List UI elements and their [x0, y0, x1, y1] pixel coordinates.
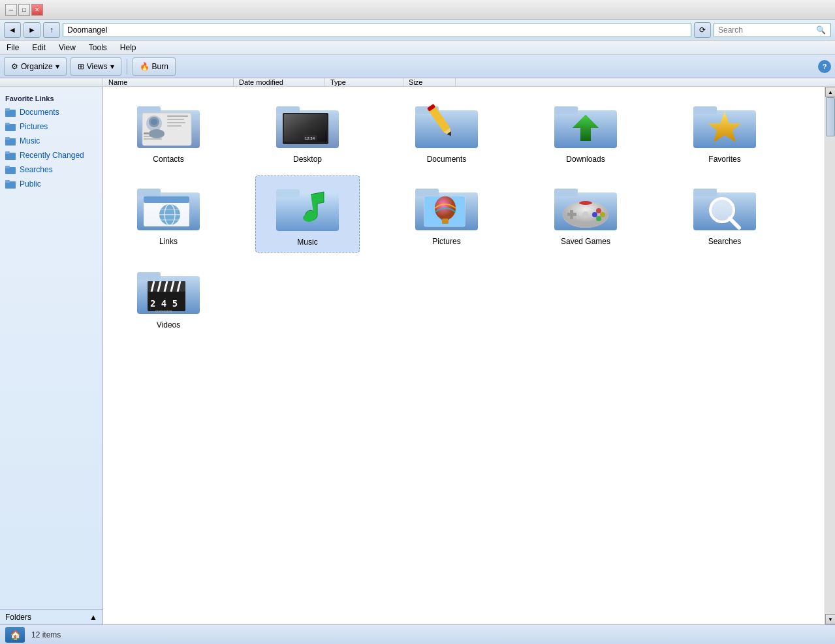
folder-favorites[interactable]: Favorites	[672, 93, 777, 169]
help-menu[interactable]: Help	[118, 42, 139, 54]
sidebar-item-searches[interactable]: Searches	[0, 162, 102, 177]
sidebar-title: Favorite Links	[0, 92, 102, 105]
svg-rect-43	[693, 106, 717, 114]
folder-saved-games[interactable]: Saved Games	[533, 176, 638, 253]
sidebar-item-recently-changed[interactable]: Recently Changed	[0, 148, 102, 162]
svg-rect-39	[554, 106, 578, 114]
folder-searches[interactable]: Searches	[672, 176, 777, 253]
col-type[interactable]: Type	[325, 78, 403, 86]
folder-desktop[interactable]: 12:34 Desktop	[255, 93, 360, 169]
music-folder-icon	[5, 136, 16, 146]
address-bar: ◄ ► ↑ ⟳ 🔍	[0, 20, 835, 40]
col-name[interactable]: Name	[103, 78, 234, 86]
svg-rect-3	[5, 123, 10, 125]
help-button[interactable]: ?	[818, 60, 831, 73]
links-icon	[136, 181, 201, 233]
svg-rect-71	[570, 210, 573, 219]
svg-rect-48	[144, 196, 189, 203]
folder-contacts[interactable]: Contacts	[116, 93, 221, 169]
organize-icon: ⚙	[11, 62, 18, 71]
file-menu[interactable]: File	[4, 42, 22, 54]
organize-chevron: ▾	[55, 62, 59, 71]
sidebar-item-public[interactable]: Public	[0, 177, 102, 191]
svg-rect-1	[5, 108, 10, 111]
videos-label: Videos	[157, 320, 180, 330]
search-input[interactable]	[718, 25, 816, 35]
toolbar-divider	[127, 59, 127, 74]
music-icon	[275, 181, 340, 234]
scroll-thumb[interactable]	[826, 97, 835, 136]
views-button[interactable]: ⊞ Views ▾	[71, 57, 121, 76]
sidebar-item-pictures[interactable]: Pictures	[0, 119, 102, 134]
svg-rect-20	[167, 119, 184, 120]
burn-button[interactable]: 🔥 Burn	[133, 57, 176, 76]
desktop-icon: 12:34	[275, 99, 340, 151]
svg-point-56	[303, 214, 315, 222]
scroll-up-button[interactable]: ▲	[825, 87, 835, 97]
search-icon: 🔍	[816, 25, 826, 35]
folder-documents[interactable]: Documents	[394, 93, 499, 169]
main-area: Favorite Links Documents Pictures	[0, 87, 835, 624]
sidebar-item-music[interactable]: Music	[0, 134, 102, 148]
videos-icon: 2 4 5 OXYGEN	[136, 264, 201, 316]
back-button[interactable]: ◄	[4, 22, 21, 38]
folder-downloads[interactable]: Downloads	[533, 93, 638, 169]
recently-changed-icon	[5, 150, 16, 161]
documents-folder-icon	[5, 107, 16, 117]
burn-icon: 🔥	[140, 62, 150, 71]
folder-videos[interactable]: 2 4 5 OXYGEN Videos	[116, 259, 221, 335]
home-icon[interactable]: 🏠	[5, 627, 25, 643]
up-button[interactable]: ↑	[43, 22, 60, 38]
scrollbar[interactable]: ▲ ▼	[825, 87, 835, 624]
folder-links[interactable]: Links	[116, 176, 221, 253]
views-icon: ⊞	[78, 62, 84, 71]
svg-rect-58	[415, 189, 439, 196]
svg-text:2 4 5: 2 4 5	[150, 298, 178, 309]
svg-rect-11	[5, 180, 10, 183]
searches-icon	[692, 181, 757, 233]
col-size[interactable]: Size	[403, 78, 456, 86]
svg-text:12:34: 12:34	[305, 136, 315, 140]
maximize-button[interactable]: □	[18, 4, 30, 16]
svg-rect-5	[5, 137, 10, 140]
svg-point-77	[579, 201, 592, 205]
organize-label: Organize	[21, 62, 53, 71]
folder-pictures[interactable]: Pictures	[394, 176, 499, 253]
folders-label: Folders	[5, 613, 31, 622]
links-label: Links	[159, 237, 178, 246]
svg-rect-22	[167, 125, 181, 127]
contacts-icon	[136, 99, 201, 151]
folder-music[interactable]: Music	[255, 176, 360, 253]
tools-menu[interactable]: Tools	[86, 42, 110, 54]
address-input[interactable]	[63, 23, 691, 37]
close-button[interactable]: ✕	[31, 4, 43, 16]
forward-button[interactable]: ►	[24, 22, 40, 38]
svg-rect-18	[144, 138, 162, 140]
scroll-track[interactable]	[825, 97, 835, 614]
saved-games-label: Saved Games	[561, 237, 610, 246]
svg-rect-67	[554, 189, 578, 196]
refresh-button[interactable]: ⟳	[694, 22, 711, 38]
minimize-button[interactable]: ─	[5, 4, 17, 16]
sidebar-item-documents[interactable]: Documents	[0, 105, 102, 119]
favorites-icon	[692, 99, 757, 151]
svg-point-25	[149, 129, 165, 138]
view-menu[interactable]: View	[56, 42, 78, 54]
favorites-label: Favorites	[708, 155, 740, 164]
views-chevron: ▾	[110, 62, 114, 71]
folders-section[interactable]: Folders ▲	[0, 609, 102, 624]
contacts-label: Contacts	[153, 155, 183, 164]
col-date[interactable]: Date modified	[234, 78, 325, 86]
svg-point-24	[151, 119, 157, 125]
svg-rect-55	[276, 189, 300, 197]
sidebar-music-label: Music	[20, 136, 40, 146]
menu-bar: File Edit View Tools Help	[0, 40, 835, 55]
item-count: 12 items	[31, 630, 61, 639]
edit-menu[interactable]: Edit	[29, 42, 48, 54]
organize-button[interactable]: ⚙ Organize ▾	[4, 57, 67, 76]
searches-label: Searches	[708, 237, 742, 246]
scroll-down-button[interactable]: ▼	[825, 614, 835, 624]
sidebar-documents-label: Documents	[20, 108, 59, 117]
downloads-icon	[553, 99, 618, 151]
documents-label: Documents	[427, 155, 467, 164]
